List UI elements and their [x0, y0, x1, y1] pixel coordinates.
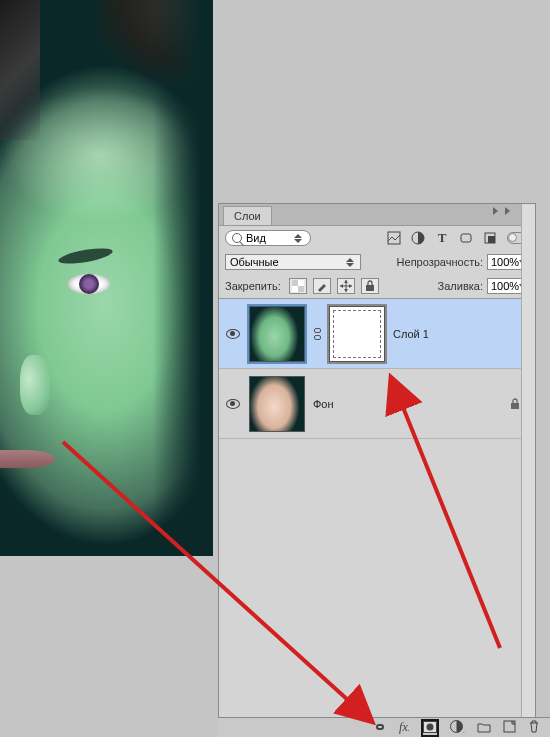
add-mask-icon[interactable] — [422, 720, 438, 736]
svg-rect-8 — [366, 285, 374, 291]
delete-layer-icon[interactable] — [528, 720, 540, 735]
visibility-toggle[interactable] — [225, 326, 241, 342]
layers-bottom-toolbar: fx. . — [218, 717, 550, 737]
opacity-label: Непрозрачность: — [397, 256, 483, 268]
layer-thumbnail[interactable] — [249, 306, 305, 362]
image-eye — [68, 274, 110, 294]
eye-icon — [226, 329, 240, 339]
filter-shape-icon[interactable] — [459, 231, 473, 245]
new-layer-icon[interactable] — [503, 720, 516, 735]
layer-name[interactable]: Фон — [313, 398, 334, 410]
search-icon — [232, 233, 242, 243]
lock-label: Закрепить: — [225, 280, 281, 292]
link-layers-icon[interactable] — [373, 721, 387, 735]
filter-row: Вид T — [219, 226, 535, 250]
filter-label: Вид — [246, 232, 266, 244]
svg-rect-0 — [388, 232, 400, 244]
fx-icon[interactable]: fx. — [399, 720, 410, 735]
panel-tab-bar: Слои — [219, 204, 535, 226]
opacity-value: 100% — [491, 256, 519, 268]
image-detail — [0, 450, 55, 468]
filter-smart-icon[interactable] — [483, 231, 497, 245]
layer-row[interactable]: Фон — [219, 369, 535, 439]
filter-adjust-icon[interactable] — [411, 231, 425, 245]
panel-scrollbar[interactable] — [521, 204, 535, 736]
svg-point-11 — [426, 723, 433, 730]
svg-rect-7 — [298, 286, 304, 292]
image-hair — [0, 0, 40, 140]
mask-link-icon[interactable] — [313, 328, 321, 340]
collapse-icon[interactable] — [493, 207, 501, 215]
svg-rect-2 — [461, 234, 471, 242]
visibility-toggle[interactable] — [225, 396, 241, 412]
layer-list: Слой 1 Фон — [219, 299, 535, 736]
lock-row: Закрепить: Заливка: 100% — [219, 274, 535, 299]
filter-pixel-icon[interactable] — [387, 231, 401, 245]
image-shadow — [153, 0, 213, 556]
document-canvas[interactable] — [0, 0, 213, 556]
lock-position-icon[interactable] — [337, 278, 355, 294]
layer-thumbnail[interactable] — [249, 376, 305, 432]
fill-label: Заливка: — [438, 280, 483, 292]
blend-mode-value: Обычные — [230, 256, 279, 268]
blend-row: Обычные Непрозрачность: 100% — [219, 250, 535, 274]
svg-rect-9 — [511, 403, 519, 409]
lock-icon — [509, 398, 521, 410]
eye-icon — [226, 399, 240, 409]
image-detail — [20, 355, 50, 415]
layers-panel: Слои Вид T Обычные Непрозрачность: — [218, 203, 536, 737]
layer-filter-dropdown[interactable]: Вид — [225, 230, 311, 246]
blend-mode-select[interactable]: Обычные — [225, 254, 361, 270]
lock-pixels-icon[interactable] — [313, 278, 331, 294]
new-adjustment-icon[interactable]: . — [450, 720, 465, 735]
fill-value: 100% — [491, 280, 519, 292]
collapse-icon[interactable] — [505, 207, 513, 215]
tab-layers[interactable]: Слои — [223, 206, 272, 225]
layer-row[interactable]: Слой 1 — [219, 299, 535, 369]
layer-mask-thumbnail[interactable] — [329, 306, 385, 362]
svg-rect-4 — [488, 236, 495, 243]
new-group-icon[interactable] — [477, 721, 491, 735]
lock-all-icon[interactable] — [361, 278, 379, 294]
layer-name[interactable]: Слой 1 — [393, 328, 429, 340]
lock-transparency-icon[interactable] — [289, 278, 307, 294]
filter-type-icon[interactable]: T — [435, 231, 449, 245]
svg-rect-6 — [292, 280, 298, 286]
